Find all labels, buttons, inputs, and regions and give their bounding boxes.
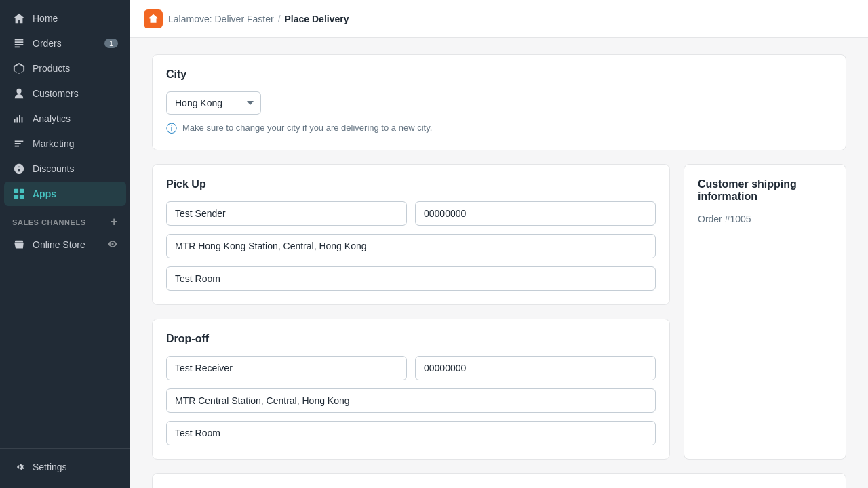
marketing-icon [12, 137, 26, 150]
sidebar-item-label: Orders [33, 38, 62, 49]
sidebar-item-home[interactable]: Home [4, 6, 126, 30]
pickup-phone-input[interactable] [415, 201, 656, 226]
sidebar-item-label: Analytics [33, 113, 71, 124]
city-title: City [166, 68, 832, 81]
dropoff-address-input[interactable] [166, 388, 656, 413]
pickup-name-phone-row [166, 201, 656, 226]
breadcrumb-current: Place Delivery [285, 14, 349, 24]
sidebar-item-products[interactable]: Products [4, 56, 126, 81]
forms-column: Pick Up Drop-off [152, 164, 670, 460]
dropoff-card: Drop-off [152, 319, 670, 460]
svg-rect-0 [14, 189, 18, 193]
pickup-card: Pick Up [152, 164, 670, 305]
app-logo [144, 9, 163, 28]
topbar: Lalamove: Deliver Faster / Place Deliver… [130, 0, 868, 38]
orders-badge: 1 [104, 39, 118, 48]
sidebar-item-label: Apps [33, 188, 56, 199]
sidebar-item-marketing[interactable]: Marketing [4, 131, 126, 156]
breadcrumb-app-link[interactable]: Lalamove: Deliver Faster [168, 14, 274, 24]
vehicle-type-card: Vehicle Type [152, 473, 846, 488]
dropoff-address-row [166, 388, 656, 413]
pickup-title: Pick Up [166, 178, 656, 190]
online-store-label: Online Store [33, 239, 85, 250]
svg-rect-3 [20, 195, 24, 199]
pickup-address-row [166, 234, 656, 258]
pickup-address-input[interactable] [166, 234, 656, 258]
main-content: Lalamove: Deliver Faster / Place Deliver… [130, 0, 868, 488]
sidebar-item-label: Home [33, 13, 58, 24]
home-icon [12, 12, 26, 25]
sidebar: Home Orders 1 Products Customers A [0, 0, 130, 488]
add-sales-channel-icon[interactable]: + [111, 215, 118, 229]
customer-info-column: Customer shipping information Order #100… [684, 164, 846, 460]
settings-icon [12, 460, 26, 474]
sidebar-item-label: Discounts [33, 163, 74, 174]
customers-icon [12, 87, 26, 100]
products-icon [12, 62, 26, 75]
sidebar-item-label: Products [33, 63, 70, 74]
sidebar-item-label: Customers [33, 88, 79, 99]
sidebar-item-apps[interactable]: Apps [4, 182, 126, 206]
city-info-message: ⓘ Make sure to change your city if you a… [166, 123, 832, 136]
sidebar-item-orders[interactable]: Orders 1 [4, 31, 126, 56]
dropoff-title: Drop-off [166, 333, 656, 345]
online-store-icon [12, 238, 26, 251]
pickup-dropoff-section: Pick Up Drop-off [152, 164, 846, 460]
pickup-room-row [166, 266, 656, 291]
sidebar-nav: Home Orders 1 Products Customers A [0, 0, 130, 448]
sidebar-item-analytics[interactable]: Analytics [4, 106, 126, 131]
svg-rect-2 [14, 195, 18, 199]
dropoff-room-row [166, 421, 656, 445]
customer-info-card: Customer shipping information Order #100… [684, 164, 846, 460]
svg-rect-1 [20, 189, 24, 193]
content-area: City Hong Kong Macau Singapore Kuala Lum… [130, 38, 868, 488]
sidebar-item-customers[interactable]: Customers [4, 81, 126, 106]
sidebar-item-discounts[interactable]: Discounts [4, 157, 126, 181]
sidebar-item-online-store[interactable]: Online Store [4, 232, 126, 257]
sales-channels-section: SALES CHANNELS + [0, 207, 130, 232]
breadcrumb: Lalamove: Deliver Faster / Place Deliver… [168, 14, 349, 24]
dropoff-phone-input[interactable] [415, 356, 656, 380]
order-number: Order #1005 [698, 214, 832, 224]
orders-icon [12, 37, 26, 50]
pickup-room-input[interactable] [166, 266, 656, 291]
city-info-text: Make sure to change your city if you are… [182, 123, 432, 133]
sidebar-bottom: Settings [0, 448, 130, 488]
info-icon: ⓘ [166, 122, 177, 136]
breadcrumb-separator: / [278, 14, 281, 24]
sidebar-item-label: Marketing [33, 138, 74, 149]
sidebar-item-settings[interactable]: Settings [4, 455, 126, 479]
dropoff-name-phone-row [166, 356, 656, 380]
online-store-eye-icon[interactable] [107, 239, 118, 251]
city-card: City Hong Kong Macau Singapore Kuala Lum… [152, 54, 846, 150]
pickup-sender-input[interactable] [166, 201, 407, 226]
dropoff-room-input[interactable] [166, 421, 656, 445]
dropoff-receiver-input[interactable] [166, 356, 407, 380]
customer-info-title: Customer shipping information [698, 178, 832, 203]
apps-icon [12, 187, 26, 201]
settings-label: Settings [33, 462, 67, 472]
discounts-icon [12, 162, 26, 176]
city-select[interactable]: Hong Kong Macau Singapore Kuala Lumpur B… [166, 92, 261, 115]
analytics-icon [12, 112, 26, 125]
cards-wrapper: City Hong Kong Macau Singapore Kuala Lum… [152, 54, 846, 488]
